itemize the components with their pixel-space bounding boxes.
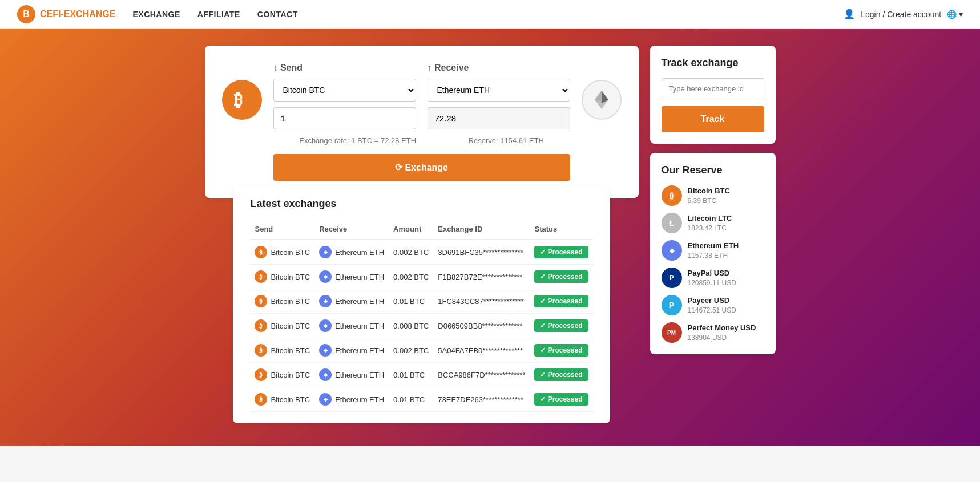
id-cell: F1B827B72E************** (433, 265, 530, 289)
nav-contact[interactable]: CONTACT (257, 10, 298, 19)
table-row: ₿ Bitcoin BTC ◆ Ethereum ETH 0.002 BTC 3… (250, 240, 592, 265)
track-button[interactable]: Track (662, 106, 764, 132)
exchange-rate: Exchange rate: 1 BTC = 72.28 ETH (299, 136, 416, 145)
svg-marker-4 (602, 91, 608, 103)
table-row: ₿ Bitcoin BTC ◆ Ethereum ETH 0.01 BTC BC… (250, 363, 592, 387)
reserve-icon: P (662, 268, 682, 288)
status-badge: ✓ Processed (534, 393, 588, 406)
receive-cell: ◆ Ethereum ETH (314, 387, 389, 412)
amount-cell: 0.008 BTC (389, 314, 433, 338)
table-row: ₿ Bitcoin BTC ◆ Ethereum ETH 0.008 BTC D… (250, 314, 592, 338)
reserve-info: PayPal USD 120859.11 USD (688, 269, 736, 287)
btc-icon: ₿ (255, 393, 267, 406)
eth-circle (582, 80, 622, 120)
page-wrapper: ₿ ↓ Send Bitcoin BTC Ethereum ETH Liteco… (0, 29, 980, 446)
reserve-amount: 120859.11 USD (688, 279, 736, 287)
eth-icon: ◆ (319, 344, 332, 357)
reserve-amount: 114672.51 USD (688, 306, 736, 314)
status-cell: ✓ Processed (530, 338, 592, 363)
main-column: ₿ ↓ Send Bitcoin BTC Ethereum ETH Liteco… (205, 46, 639, 423)
navbar-left: B CEFI-EXCHANGE EXCHANGE AFFILIATE CONTA… (17, 5, 298, 23)
content-area: ₿ ↓ Send Bitcoin BTC Ethereum ETH Liteco… (0, 29, 980, 423)
eth-icon: ◆ (319, 393, 332, 406)
reserve-item: P Payeer USD 114672.51 USD (662, 295, 764, 315)
logo[interactable]: B CEFI-EXCHANGE (17, 5, 115, 23)
user-icon: 👤 (844, 9, 855, 19)
reserve-icon: P (662, 295, 682, 315)
svg-text:₿: ₿ (234, 90, 243, 109)
side-cards: Track exchange Track Our Reserve ₿ Bitco… (650, 46, 776, 423)
language-selector[interactable]: 🌐 ▾ (947, 10, 963, 19)
reserve-amount: 138904 USD (688, 334, 727, 342)
reserve-info: Perfect Money USD 138904 USD (688, 323, 756, 342)
login-link[interactable]: Login / Create account (861, 10, 941, 19)
send-cell: ₿ Bitcoin BTC (250, 363, 314, 387)
receive-cell: ◆ Ethereum ETH (314, 265, 389, 289)
id-cell: 5A04FA7EB0************** (433, 338, 530, 363)
receive-cell: ◆ Ethereum ETH (314, 363, 389, 387)
amount-cell: 0.01 BTC (389, 289, 433, 314)
send-cell: ₿ Bitcoin BTC (250, 289, 314, 314)
reserve-info: Ethereum ETH 1157.38 ETH (688, 241, 739, 260)
status-cell: ✓ Processed (530, 240, 592, 265)
reserve-item: ₿ Bitcoin BTC 6.39 BTC (662, 185, 764, 206)
reserve-amount: 6.39 BTC (688, 197, 717, 205)
table-row: ₿ Bitcoin BTC ◆ Ethereum ETH 0.01 BTC 73… (250, 387, 592, 412)
track-input[interactable] (662, 78, 764, 99)
eth-logo-container (582, 80, 622, 120)
col-id: Exchange ID (433, 219, 530, 240)
send-amount-input[interactable]: 1 (273, 107, 416, 129)
col-status: Status (530, 219, 592, 240)
nav-affiliate[interactable]: AFFILIATE (197, 10, 240, 19)
form-columns: ↓ Send Bitcoin BTC Ethereum ETH Litecoin… (273, 63, 570, 129)
send-cell: ₿ Bitcoin BTC (250, 265, 314, 289)
id-cell: 1FC843CC87************** (433, 289, 530, 314)
reserve-info: Payeer USD 114672.51 USD (688, 296, 736, 315)
status-cell: ✓ Processed (530, 387, 592, 412)
exchange-card: ₿ ↓ Send Bitcoin BTC Ethereum ETH Liteco… (205, 46, 639, 198)
amount-cell: 0.002 BTC (389, 338, 433, 363)
btc-icon: ₿ (255, 319, 267, 332)
status-badge: ✓ Processed (534, 319, 588, 332)
eth-icon: ◆ (319, 295, 332, 307)
receive-amount-input[interactable]: 72.28 (428, 107, 570, 129)
reserve-currency: Litecoin LTC (688, 214, 732, 222)
send-currency-select[interactable]: Bitcoin BTC Ethereum ETH Litecoin LTC (273, 79, 416, 102)
reserve-item: Ł Litecoin LTC 1823.42 LTC (662, 213, 764, 233)
status-badge: ✓ Processed (534, 344, 588, 357)
reserve-info: Litecoin LTC 1823.42 LTC (688, 214, 732, 233)
latest-exchanges-section: Latest exchanges Send Receive Amount Exc… (233, 187, 610, 423)
reserve-item: PM Perfect Money USD 138904 USD (662, 322, 764, 343)
send-cell: ₿ Bitcoin BTC (250, 314, 314, 338)
reserve-amount: 1823.42 LTC (688, 224, 727, 232)
exchange-form: ↓ Send Bitcoin BTC Ethereum ETH Litecoin… (273, 63, 570, 181)
exchange-info: Exchange rate: 1 BTC = 72.28 ETH Reserve… (273, 136, 570, 145)
eth-icon: ◆ (319, 319, 332, 332)
reserve-item: P PayPal USD 120859.11 USD (662, 268, 764, 288)
status-cell: ✓ Processed (530, 265, 592, 289)
receive-currency-select[interactable]: Ethereum ETH Bitcoin BTC Litecoin LTC (428, 79, 570, 102)
reserve-currency: Ethereum ETH (688, 241, 739, 250)
exchanges-table-container: Send Receive Amount Exchange ID Status ₿… (250, 219, 592, 412)
amount-cell: 0.01 BTC (389, 387, 433, 412)
table-header: Send Receive Amount Exchange ID Status (250, 219, 592, 240)
logo-text: CEFI-EXCHANGE (40, 9, 115, 19)
reserve-card: Our Reserve ₿ Bitcoin BTC 6.39 BTC Ł Lit… (650, 153, 776, 354)
status-badge: ✓ Processed (534, 270, 588, 283)
navbar: B CEFI-EXCHANGE EXCHANGE AFFILIATE CONTA… (0, 0, 980, 29)
id-cell: BCCA986F7D************** (433, 363, 530, 387)
nav-links: EXCHANGE AFFILIATE CONTACT (132, 10, 297, 19)
status-badge: ✓ Processed (534, 295, 588, 307)
track-card: Track exchange Track (650, 46, 776, 144)
nav-exchange[interactable]: EXCHANGE (132, 10, 180, 19)
col-amount: Amount (389, 219, 433, 240)
exchange-button[interactable]: ⟳ Exchange (273, 154, 570, 181)
reserve-item: ◆ Ethereum ETH 1157.38 ETH (662, 240, 764, 261)
send-col: ↓ Send Bitcoin BTC Ethereum ETH Litecoin… (273, 63, 416, 129)
track-title: Track exchange (662, 57, 764, 69)
reserve-title: Our Reserve (662, 164, 764, 176)
receive-col: ↑ Receive Ethereum ETH Bitcoin BTC Litec… (428, 63, 570, 129)
reserve-icon: ◆ (662, 240, 682, 261)
btc-icon: ₿ (255, 344, 267, 357)
reserve-icon: Ł (662, 213, 682, 233)
